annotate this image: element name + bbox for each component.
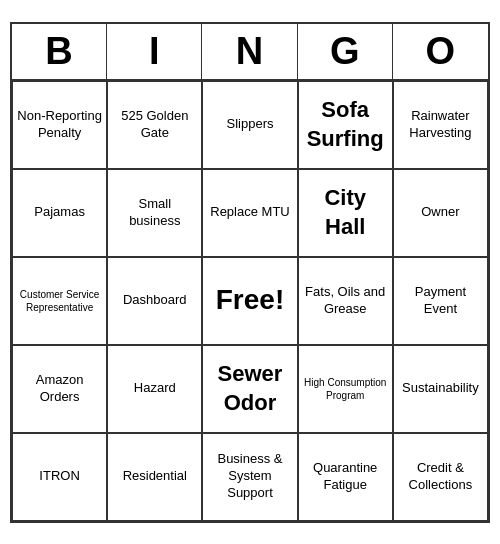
- bingo-cell-7: Replace MTU: [202, 169, 297, 257]
- bingo-cell-5: Pajamas: [12, 169, 107, 257]
- bingo-letter-o: O: [393, 24, 488, 79]
- bingo-letter-i: I: [107, 24, 202, 79]
- bingo-cell-20: ITRON: [12, 433, 107, 521]
- bingo-cell-9: Owner: [393, 169, 488, 257]
- bingo-cell-16: Hazard: [107, 345, 202, 433]
- bingo-cell-21: Residential: [107, 433, 202, 521]
- bingo-grid: Non-Reporting Penalty525 Golden GateSlip…: [12, 81, 488, 521]
- bingo-letter-b: B: [12, 24, 107, 79]
- bingo-cell-19: Sustainability: [393, 345, 488, 433]
- bingo-cell-2: Slippers: [202, 81, 297, 169]
- bingo-cell-0: Non-Reporting Penalty: [12, 81, 107, 169]
- bingo-cell-17: Sewer Odor: [202, 345, 297, 433]
- bingo-cell-18: High Consumption Program: [298, 345, 393, 433]
- bingo-cell-24: Credit & Collections: [393, 433, 488, 521]
- bingo-cell-15: Amazon Orders: [12, 345, 107, 433]
- bingo-letter-n: N: [202, 24, 297, 79]
- bingo-cell-1: 525 Golden Gate: [107, 81, 202, 169]
- bingo-cell-10: Customer Service Representative: [12, 257, 107, 345]
- bingo-cell-4: Rainwater Harvesting: [393, 81, 488, 169]
- bingo-cell-12: Free!: [202, 257, 297, 345]
- bingo-cell-6: Small business: [107, 169, 202, 257]
- bingo-cell-14: Payment Event: [393, 257, 488, 345]
- bingo-cell-23: Quarantine Fatigue: [298, 433, 393, 521]
- bingo-card: BINGO Non-Reporting Penalty525 Golden Ga…: [10, 22, 490, 523]
- bingo-cell-3: Sofa Surfing: [298, 81, 393, 169]
- bingo-header: BINGO: [12, 24, 488, 81]
- bingo-cell-13: Fats, Oils and Grease: [298, 257, 393, 345]
- bingo-cell-22: Business & System Support: [202, 433, 297, 521]
- bingo-cell-8: City Hall: [298, 169, 393, 257]
- bingo-letter-g: G: [298, 24, 393, 79]
- bingo-cell-11: Dashboard: [107, 257, 202, 345]
